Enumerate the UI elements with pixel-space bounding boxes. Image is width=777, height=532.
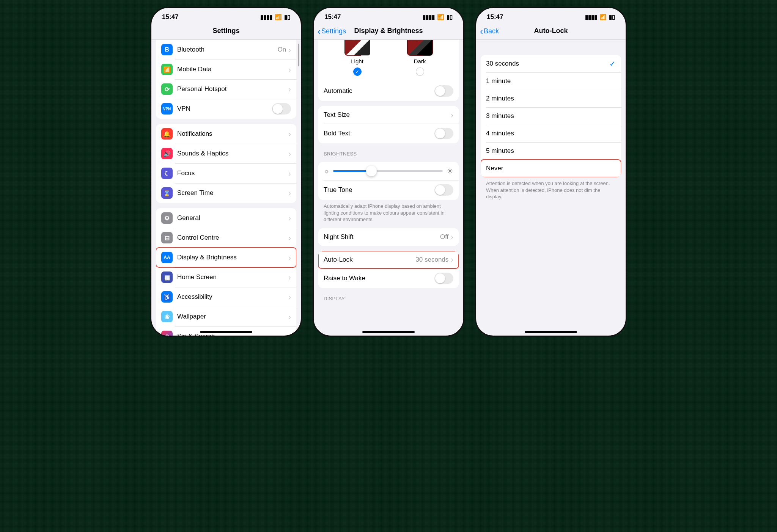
row-label: Screen Time	[177, 189, 288, 197]
focus-icon: ☾	[161, 168, 173, 179]
row-focus[interactable]: ☾ Focus ›	[156, 163, 296, 183]
option-5-minutes[interactable]: 5 minutes	[481, 142, 621, 160]
navbar: Settings	[151, 23, 301, 40]
signal-icon: ▮▮▮▮	[423, 14, 435, 20]
row-label: Display & Brightness	[177, 254, 288, 261]
row-display-brightness[interactable]: AA Display & Brightness ›	[156, 248, 296, 267]
light-thumbnail	[344, 40, 370, 56]
control-centre-icon: ⊟	[161, 232, 173, 243]
brightness-slider[interactable]	[333, 170, 443, 172]
phone-auto-lock: 15:47 ▮▮▮▮ 📶 ▮▯ ‹ Back Auto-Lock 30 seco…	[475, 7, 627, 337]
row-text-size[interactable]: Text Size ›	[318, 106, 459, 124]
option-4-minutes[interactable]: 4 minutes	[481, 125, 621, 142]
back-button[interactable]: ‹ Back	[480, 27, 499, 36]
dark-radio[interactable]	[416, 67, 424, 76]
phone-settings: 15:47 ▮▮▮▮ 📶 ▮▯ Settings B Bluetooth On …	[150, 7, 302, 337]
automatic-switch[interactable]	[434, 85, 453, 97]
scrollbar[interactable]	[298, 44, 299, 66]
option-30-seconds[interactable]: 30 seconds ✓	[481, 55, 621, 72]
raise-to-wake-switch[interactable]	[434, 273, 453, 284]
brightness-slider-row: ☼ ☀	[318, 162, 459, 180]
appearance-dark[interactable]: Dark	[407, 40, 433, 76]
chevron-right-icon: ›	[288, 46, 291, 54]
row-screen-time[interactable]: ⌛ Screen Time ›	[156, 183, 296, 203]
row-label: Automatic	[324, 87, 434, 95]
bold-text-switch[interactable]	[434, 128, 453, 139]
row-notifications[interactable]: 🔔 Notifications ›	[156, 124, 296, 144]
navbar: ‹ Back Auto-Lock	[476, 23, 626, 40]
dark-label: Dark	[407, 58, 433, 64]
row-true-tone[interactable]: True Tone	[318, 180, 459, 200]
display-brightness-icon: AA	[161, 252, 173, 263]
battery-icon: ▮▯	[284, 14, 290, 20]
option-label: Never	[486, 165, 616, 172]
option-never[interactable]: Never	[481, 160, 621, 177]
home-indicator[interactable]	[525, 331, 577, 333]
row-general[interactable]: ⚙ General ›	[156, 208, 296, 228]
true-tone-switch[interactable]	[434, 184, 453, 196]
notifications-icon: 🔔	[161, 128, 173, 140]
siri-icon: ◉	[161, 331, 173, 336]
row-label: Raise to Wake	[324, 275, 434, 282]
row-control-centre[interactable]: ⊟ Control Centre ›	[156, 228, 296, 248]
signal-icon: ▮▮▮▮	[585, 14, 597, 20]
row-vpn[interactable]: VPN VPN	[156, 99, 296, 119]
row-home-screen[interactable]: ▦ Home Screen ›	[156, 267, 296, 287]
light-label: Light	[344, 58, 370, 64]
page-title: Display & Brightness	[354, 27, 423, 35]
signal-icon: ▮▮▮▮	[260, 14, 272, 20]
status-bar: 15:47 ▮▮▮▮ 📶 ▮▯	[476, 8, 626, 23]
chevron-right-icon: ›	[288, 189, 291, 198]
row-label: Bluetooth	[177, 46, 278, 53]
row-accessibility[interactable]: ♿ Accessibility ›	[156, 287, 296, 307]
appearance-light[interactable]: Light ✓	[344, 40, 370, 76]
screen-time-icon: ⌛	[161, 187, 173, 199]
row-raise-to-wake[interactable]: Raise to Wake	[318, 268, 459, 288]
row-automatic[interactable]: Automatic	[318, 81, 459, 101]
row-label: Mobile Data	[177, 66, 288, 73]
chevron-right-icon: ›	[288, 214, 291, 223]
row-label: Siri & Search	[177, 333, 288, 336]
row-auto-lock[interactable]: Auto-Lock 30 seconds ›	[318, 251, 459, 268]
home-indicator[interactable]	[200, 331, 252, 333]
option-2-minutes[interactable]: 2 minutes	[481, 90, 621, 107]
check-icon: ✓	[609, 59, 616, 68]
chevron-right-icon: ›	[288, 130, 291, 138]
sounds-icon: 🔊	[161, 148, 173, 159]
row-night-shift[interactable]: Night Shift Off ›	[318, 228, 459, 246]
row-sounds-haptics[interactable]: 🔊 Sounds & Haptics ›	[156, 144, 296, 163]
status-bar: 15:47 ▮▮▮▮ 📶 ▮▯	[314, 8, 463, 23]
mobile-data-icon: 📶	[161, 64, 173, 75]
chevron-right-icon: ›	[288, 253, 291, 262]
vpn-icon: VPN	[161, 103, 173, 115]
row-label: Home Screen	[177, 273, 288, 281]
display-header: DISPLAY	[324, 296, 453, 301]
chevron-right-icon: ›	[288, 234, 291, 242]
home-indicator[interactable]	[362, 331, 415, 333]
row-wallpaper[interactable]: ❀ Wallpaper ›	[156, 307, 296, 326]
row-label: Accessibility	[177, 293, 288, 301]
status-time: 15:47	[162, 13, 178, 21]
row-bold-text[interactable]: Bold Text	[318, 124, 459, 143]
option-label: 4 minutes	[486, 130, 616, 137]
vpn-switch[interactable]	[272, 103, 291, 115]
option-1-minute[interactable]: 1 minute	[481, 72, 621, 90]
scroll-area[interactable]: 30 seconds ✓ 1 minute 2 minutes 3 minute…	[476, 40, 626, 336]
option-3-minutes[interactable]: 3 minutes	[481, 107, 621, 125]
back-label: Back	[484, 27, 499, 35]
row-bluetooth[interactable]: B Bluetooth On ›	[156, 40, 296, 60]
option-label: 5 minutes	[486, 147, 616, 155]
chevron-left-icon: ‹	[318, 27, 321, 36]
row-mobile-data[interactable]: 📶 Mobile Data ›	[156, 60, 296, 79]
chevron-right-icon: ›	[288, 65, 291, 74]
back-button[interactable]: ‹ Settings	[318, 27, 346, 36]
row-label: Text Size	[324, 111, 451, 119]
option-label: 3 minutes	[486, 112, 616, 120]
scroll-area[interactable]: B Bluetooth On › 📶 Mobile Data › ⟳ Perso…	[151, 40, 301, 336]
true-tone-footer: Automatically adapt iPhone display based…	[324, 203, 453, 223]
row-label: General	[177, 214, 288, 222]
row-personal-hotspot[interactable]: ⟳ Personal Hotspot ›	[156, 79, 296, 99]
scroll-area[interactable]: Light ✓ Dark Automatic Text Size › Bo	[314, 40, 463, 336]
light-radio[interactable]: ✓	[353, 67, 362, 76]
chevron-right-icon: ›	[288, 85, 291, 94]
